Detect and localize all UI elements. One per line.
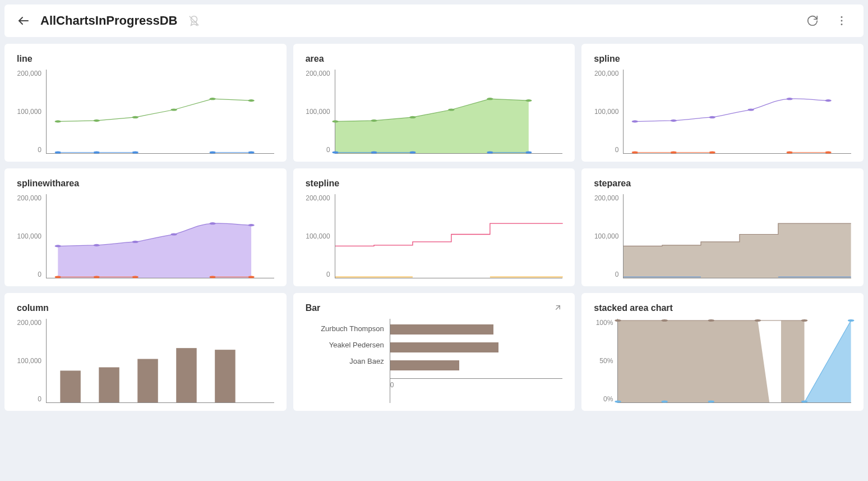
- svg-point-18: [332, 120, 338, 122]
- svg-point-32: [748, 108, 754, 111]
- svg-point-7: [94, 120, 100, 122]
- svg-point-9: [170, 108, 177, 111]
- svg-point-38: [787, 151, 793, 153]
- svg-point-44: [209, 222, 215, 225]
- svg-point-3: [841, 16, 843, 18]
- chart-card-column[interactable]: column 200,000100,0000: [4, 293, 287, 411]
- svg-point-36: [671, 151, 677, 153]
- svg-line-57: [556, 306, 560, 310]
- y-axis-categories: Zurbuch Thompson Yeakel Pedersen Joan Ba…: [306, 319, 390, 403]
- svg-point-34: [825, 99, 832, 102]
- svg-rect-56: [215, 350, 236, 402]
- svg-point-22: [487, 98, 493, 100]
- y-axis: 200,000100,0000: [17, 70, 46, 154]
- bar-row: [390, 342, 499, 352]
- refresh-button[interactable]: [803, 11, 822, 30]
- svg-point-64: [801, 319, 808, 322]
- svg-point-68: [801, 400, 808, 402]
- page-title: AllChartsInProgressDB: [40, 13, 178, 28]
- svg-marker-51: [624, 223, 851, 278]
- svg-point-5: [841, 24, 843, 25]
- plot-area: [335, 70, 563, 154]
- svg-point-11: [248, 99, 254, 102]
- chart-card-bar[interactable]: Bar Zurbuch Thompson Yeakel Pedersen Joa…: [293, 293, 575, 411]
- chart-title: stacked area chart: [594, 303, 851, 313]
- chart-title: splinewitharea: [17, 178, 274, 189]
- x-axis: 0: [390, 378, 563, 389]
- y-axis: 200,000100,0000: [594, 194, 623, 278]
- chart-title: steparea: [594, 178, 851, 189]
- svg-point-14: [132, 151, 138, 153]
- svg-point-29: [632, 120, 638, 122]
- back-button[interactable]: [17, 14, 30, 28]
- app-header: AllChartsInProgressDB: [4, 4, 864, 37]
- chart-card-splinewitharea[interactable]: splinewitharea 200,000100,0000: [4, 168, 287, 286]
- svg-rect-54: [137, 359, 158, 402]
- chart-card-steparea[interactable]: steparea 200,000100,0000: [581, 168, 864, 286]
- svg-point-49: [209, 276, 215, 278]
- chart-card-area[interactable]: area 200,000100,0000: [293, 44, 575, 162]
- plot-area: 0: [390, 319, 563, 403]
- svg-point-40: [55, 245, 61, 247]
- plot-area: [46, 70, 274, 154]
- svg-point-62: [708, 319, 715, 322]
- svg-point-1: [191, 16, 197, 22]
- svg-point-28: [525, 151, 532, 153]
- svg-point-33: [787, 98, 793, 100]
- svg-point-16: [248, 151, 254, 153]
- dashboard-grid: line 200,000100,0000 area 200: [4, 44, 864, 411]
- award-icon: [188, 15, 200, 27]
- svg-point-60: [615, 319, 622, 322]
- svg-point-13: [94, 151, 100, 153]
- svg-point-4: [841, 20, 843, 22]
- svg-point-23: [525, 99, 532, 102]
- svg-point-50: [248, 276, 254, 278]
- chart-card-stepline[interactable]: stepline 200,000100,0000: [293, 168, 575, 286]
- svg-point-35: [632, 151, 638, 153]
- expand-icon[interactable]: [553, 303, 562, 314]
- y-axis: 200,000100,0000: [306, 70, 335, 154]
- svg-point-26: [409, 151, 415, 153]
- bar-row: [390, 360, 459, 370]
- plot-area: [617, 319, 851, 403]
- svg-point-31: [709, 116, 715, 118]
- y-axis: 100%50%0%: [594, 319, 617, 403]
- chart-card-line[interactable]: line 200,000100,0000: [4, 44, 287, 162]
- svg-point-20: [409, 116, 415, 118]
- svg-point-48: [132, 276, 138, 278]
- svg-point-63: [755, 319, 761, 322]
- svg-point-10: [209, 98, 215, 100]
- more-menu-button[interactable]: [832, 11, 851, 30]
- svg-point-45: [248, 224, 254, 226]
- svg-point-65: [615, 400, 622, 402]
- bar-row: [390, 324, 494, 335]
- chart-card-stacked-area[interactable]: stacked area chart 100%50%0%: [581, 293, 864, 411]
- chart-title: column: [17, 303, 274, 313]
- svg-point-21: [448, 108, 454, 111]
- svg-point-27: [487, 151, 493, 153]
- chart-title: area: [306, 54, 563, 64]
- chart-title: spline: [594, 54, 851, 64]
- svg-rect-52: [60, 370, 81, 402]
- svg-point-12: [55, 151, 61, 153]
- plot-area: [46, 194, 274, 278]
- svg-point-66: [662, 400, 668, 402]
- plot-area: [335, 194, 563, 278]
- svg-point-8: [132, 116, 138, 118]
- y-axis: 200,000100,0000: [17, 319, 46, 403]
- svg-point-41: [94, 244, 100, 246]
- chart-card-spline[interactable]: spline 200,000100,0000: [581, 44, 864, 162]
- svg-point-67: [708, 400, 715, 402]
- y-axis: 200,000100,0000: [594, 70, 623, 154]
- chart-title: stepline: [306, 178, 563, 189]
- svg-point-69: [848, 319, 855, 322]
- y-axis: 200,000100,0000: [306, 194, 335, 278]
- svg-point-30: [671, 120, 677, 122]
- svg-point-39: [825, 151, 832, 153]
- svg-point-6: [55, 120, 61, 122]
- svg-point-19: [371, 120, 377, 122]
- svg-point-43: [170, 233, 177, 235]
- svg-point-25: [371, 151, 377, 153]
- chart-title: Bar: [306, 303, 563, 313]
- svg-point-61: [662, 319, 668, 322]
